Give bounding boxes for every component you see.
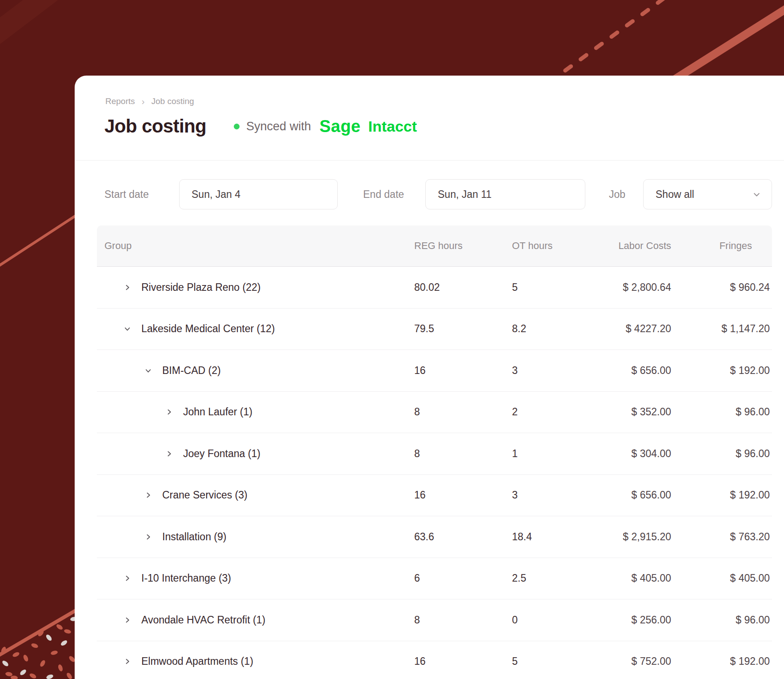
fringes-value: $ 96.00	[674, 448, 772, 460]
chevron-right-icon[interactable]	[124, 658, 131, 665]
ot-hours-value: 8.2	[512, 323, 603, 335]
end-date-label: End date	[363, 179, 404, 209]
table-row[interactable]: Riverside Plaza Reno (22) 80.02 5 $ 2,80…	[97, 267, 772, 309]
reg-hours-value: 8	[414, 614, 512, 626]
group-label: I-10 Interchange (3)	[141, 572, 231, 584]
labor-costs-value: $ 656.00	[603, 489, 674, 501]
chevron-down-icon[interactable]	[124, 325, 131, 333]
end-date-input[interactable]: Sun, Jan 11	[425, 179, 585, 209]
reg-hours-value: 79.5	[414, 323, 512, 335]
report-card: Reports › Job costing Job costing Synced…	[75, 76, 784, 679]
sage-logo: Sage	[320, 117, 361, 136]
corner-stripe	[672, 0, 784, 81]
title-row: Job costing Synced with Sage Intacct	[104, 114, 417, 139]
ot-hours-value: 5	[512, 655, 603, 667]
header-divider	[75, 160, 784, 161]
fringes-value: $ 192.00	[674, 365, 772, 377]
reg-hours-value: 16	[414, 365, 512, 377]
job-filter-label: Job	[609, 179, 625, 209]
chevron-right-icon[interactable]	[165, 408, 173, 416]
page-title: Job costing	[104, 116, 206, 137]
sync-status-text: Synced with	[246, 120, 311, 133]
reg-hours-value: 8	[414, 448, 512, 460]
start-date-input[interactable]: Sun, Jan 4	[179, 179, 338, 209]
chevron-right-icon[interactable]	[124, 284, 131, 291]
ot-hours-value: 0	[512, 614, 603, 626]
column-header-ot-hours: OT hours	[512, 240, 603, 252]
fringes-value: $ 960.24	[674, 281, 772, 293]
breadcrumb-job-costing: Job costing	[152, 96, 194, 106]
chevron-down-icon[interactable]	[144, 367, 152, 374]
reg-hours-value: 6	[414, 572, 512, 584]
chevron-right-icon[interactable]	[165, 450, 173, 458]
ot-hours-value: 3	[512, 365, 603, 377]
table-row[interactable]: Lakeside Medical Center (12) 79.5 8.2 $ …	[97, 309, 772, 350]
fringes-value: $ 405.00	[674, 572, 772, 584]
breadcrumb-reports[interactable]: Reports	[105, 96, 135, 106]
table-row[interactable]: Crane Services (3) 16 3 $ 656.00 $ 192.0…	[97, 475, 772, 517]
chevron-right-icon[interactable]	[144, 533, 152, 541]
end-date-value: Sun, Jan 11	[438, 189, 492, 201]
chevron-down-icon	[752, 190, 761, 199]
ot-hours-value: 18.4	[512, 531, 603, 543]
reg-hours-value: 8	[414, 406, 512, 418]
column-header-fringes: Fringes	[674, 240, 772, 252]
fringes-value: $ 96.00	[674, 614, 772, 626]
job-filter-value: Show all	[656, 189, 694, 201]
chevron-right-icon[interactable]	[144, 491, 152, 499]
reg-hours-value: 63.6	[414, 531, 512, 543]
table-row[interactable]: John Laufer (1) 8 2 $ 352.00 $ 96.00	[97, 392, 772, 434]
labor-costs-value: $ 752.00	[603, 655, 674, 667]
labor-costs-value: $ 656.00	[603, 365, 674, 377]
sync-status-dot-icon	[234, 124, 240, 129]
breadcrumb-separator-icon: ›	[142, 96, 145, 106]
table-row[interactable]: Joey Fontana (1) 8 1 $ 304.00 $ 96.00	[97, 433, 772, 475]
fringes-value: $ 192.00	[674, 655, 772, 667]
ot-hours-value: 2	[512, 406, 603, 418]
group-label: Riverside Plaza Reno (22)	[141, 281, 260, 293]
start-date-label: Start date	[104, 179, 149, 209]
ot-hours-value: 5	[512, 281, 603, 293]
column-header-group: Group	[97, 240, 414, 252]
group-label: John Laufer (1)	[183, 406, 252, 418]
table-row[interactable]: BIM-CAD (2) 16 3 $ 656.00 $ 192.00	[97, 350, 772, 392]
labor-costs-value: $ 352.00	[603, 406, 674, 418]
group-label: Avondale HVAC Retrofit (1)	[141, 614, 265, 626]
labor-costs-value: $ 4227.20	[603, 323, 674, 335]
labor-costs-value: $ 256.00	[603, 614, 674, 626]
table-body: Riverside Plaza Reno (22) 80.02 5 $ 2,80…	[97, 267, 772, 679]
column-header-reg-hours: REG hours	[414, 240, 512, 252]
labor-costs-value: $ 2,915.20	[603, 531, 674, 543]
reg-hours-value: 16	[414, 489, 512, 501]
table-row[interactable]: Elmwood Apartments (1) 16 5 $ 752.00 $ 1…	[97, 641, 772, 679]
group-label: Installation (9)	[162, 531, 226, 543]
breadcrumb: Reports › Job costing	[105, 96, 194, 106]
ot-hours-value: 1	[512, 448, 603, 460]
group-label: Joey Fontana (1)	[183, 448, 260, 460]
labor-costs-value: $ 2,800.64	[603, 281, 674, 293]
column-header-labor-costs: Labor Costs	[603, 240, 674, 252]
labor-costs-value: $ 304.00	[603, 448, 674, 460]
group-label: BIM-CAD (2)	[162, 365, 221, 377]
table-row[interactable]: Installation (9) 63.6 18.4 $ 2,915.20 $ …	[97, 516, 772, 558]
dashed-stripe	[550, 0, 670, 82]
chevron-right-icon[interactable]	[124, 575, 131, 582]
table-row[interactable]: Avondale HVAC Retrofit (1) 8 0 $ 256.00 …	[97, 599, 772, 641]
fringes-value: $ 192.00	[674, 489, 772, 501]
fringes-value: $ 96.00	[674, 406, 772, 418]
fringes-value: $ 763.20	[674, 531, 772, 543]
group-label: Elmwood Apartments (1)	[141, 655, 253, 667]
ot-hours-value: 3	[512, 489, 603, 501]
table-header-row: Group REG hours OT hours Labor Costs Fri…	[97, 225, 772, 267]
group-label: Crane Services (3)	[162, 489, 248, 501]
table-row[interactable]: I-10 Interchange (3) 6 2.5 $ 405.00 $ 40…	[97, 558, 772, 600]
group-label: Lakeside Medical Center (12)	[141, 323, 275, 335]
fringes-value: $ 1,147.20	[674, 323, 772, 335]
reg-hours-value: 80.02	[414, 281, 512, 293]
job-filter-select[interactable]: Show all	[643, 179, 772, 209]
start-date-value: Sun, Jan 4	[192, 189, 240, 201]
intacct-logo-text: Intacct	[368, 118, 417, 135]
reg-hours-value: 16	[414, 655, 512, 667]
chevron-right-icon[interactable]	[124, 616, 131, 624]
ot-hours-value: 2.5	[512, 572, 603, 584]
